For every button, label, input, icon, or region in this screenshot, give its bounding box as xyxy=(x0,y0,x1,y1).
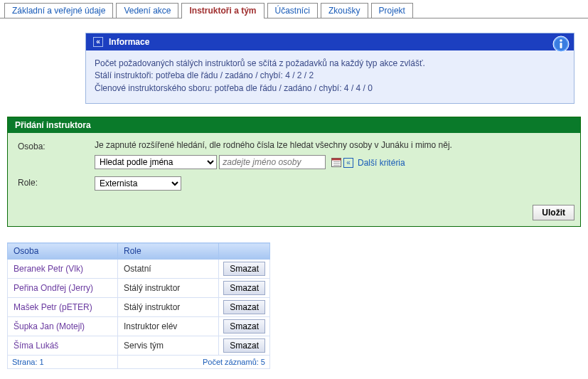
collapse-icon[interactable]: « xyxy=(93,37,103,47)
table-row: Peřina Ondřej (Jerry) Stálý instruktor S… xyxy=(8,279,270,298)
col-person[interactable]: Osoba xyxy=(8,243,118,260)
table-row: Šíma Lukáš Servis tým Smazat xyxy=(8,336,270,356)
save-button[interactable]: Uložit xyxy=(533,205,574,220)
svg-point-2 xyxy=(560,39,562,42)
svg-rect-3 xyxy=(560,43,562,48)
tab-participants[interactable]: Účastníci xyxy=(267,3,318,18)
col-actions xyxy=(219,243,270,260)
search-mode-select[interactable]: Hledat podle jména xyxy=(95,155,217,169)
more-criteria-toggle[interactable]: « Další kritéria xyxy=(343,158,405,168)
person-label: Osoba: xyxy=(18,140,95,172)
delete-button[interactable]: Smazat xyxy=(223,262,265,276)
delete-button[interactable]: Smazat xyxy=(223,281,265,295)
person-link[interactable]: Peřina Ondřej (Jerry) xyxy=(8,279,118,298)
expand-icon: « xyxy=(343,158,353,168)
person-link[interactable]: Šíma Lukáš xyxy=(8,336,118,356)
info-body: Počet požadovaných stálých instruktorů s… xyxy=(86,50,574,103)
svg-rect-5 xyxy=(331,158,341,160)
role-cell: Instruktor elév xyxy=(118,317,219,336)
info-title: Informace xyxy=(109,37,149,47)
add-instructor-header: Přidání instruktora xyxy=(8,117,580,133)
info-line2: Stálí instruktoři: potřeba dle řádu / za… xyxy=(95,70,565,82)
role-cell: Stálý instruktor xyxy=(118,279,219,298)
calendar-icon[interactable] xyxy=(331,157,341,169)
person-search-input[interactable] xyxy=(219,155,326,169)
delete-button[interactable]: Smazat xyxy=(223,300,265,314)
record-count: Počet záznamů: 5 xyxy=(118,356,270,369)
tabs-bar: Základní a veřejné údaje Vedení akce Ins… xyxy=(0,0,588,18)
tab-management[interactable]: Vedení akce xyxy=(116,3,178,18)
search-hint: Je zapnuté rozšířené hledání, dle rodnéh… xyxy=(95,140,570,150)
info-line1: Počet požadovaných stálých instruktorů s… xyxy=(95,58,565,70)
instructors-table: Osoba Role Beranek Petr (Vlk) Ostatní Sm… xyxy=(7,242,270,369)
table-row: Šupka Jan (Motejl) Instruktor elév Smaza… xyxy=(8,317,270,336)
add-instructor-panel: Přidání instruktora Osoba: Je zapnuté ro… xyxy=(7,117,581,227)
tab-instructors[interactable]: Instruktoři a tým xyxy=(181,3,264,18)
table-row: Beranek Petr (Vlk) Ostatní Smazat xyxy=(8,260,270,279)
more-criteria-label: Další kritéria xyxy=(358,158,405,168)
role-cell: Stálý instruktor xyxy=(118,298,219,317)
person-link[interactable]: Beranek Petr (Vlk) xyxy=(8,260,118,279)
info-icon xyxy=(552,36,570,53)
delete-button[interactable]: Smazat xyxy=(223,338,265,353)
info-line3: Členové instruktorského sboru: potřeba d… xyxy=(95,82,565,95)
role-label: Role: xyxy=(18,176,95,191)
page-indicator: Strana: 1 xyxy=(8,356,118,369)
role-cell: Ostatní xyxy=(118,260,219,279)
col-role[interactable]: Role xyxy=(118,243,219,260)
person-link[interactable]: Mašek Petr (pETER) xyxy=(8,298,118,317)
table-row: Mašek Petr (pETER) Stálý instruktor Smaz… xyxy=(8,298,270,317)
delete-button[interactable]: Smazat xyxy=(223,319,265,333)
tab-exams[interactable]: Zkoušky xyxy=(321,3,368,18)
role-select[interactable]: Externista xyxy=(95,176,181,191)
person-link[interactable]: Šupka Jan (Motejl) xyxy=(8,317,118,336)
tab-project[interactable]: Projekt xyxy=(371,3,413,18)
info-panel: « Informace Počet požadovaných stálých i… xyxy=(85,33,574,104)
tab-basic[interactable]: Základní a veřejné údaje xyxy=(4,3,113,18)
role-cell: Servis tým xyxy=(118,336,219,356)
info-header: « Informace xyxy=(86,33,574,50)
